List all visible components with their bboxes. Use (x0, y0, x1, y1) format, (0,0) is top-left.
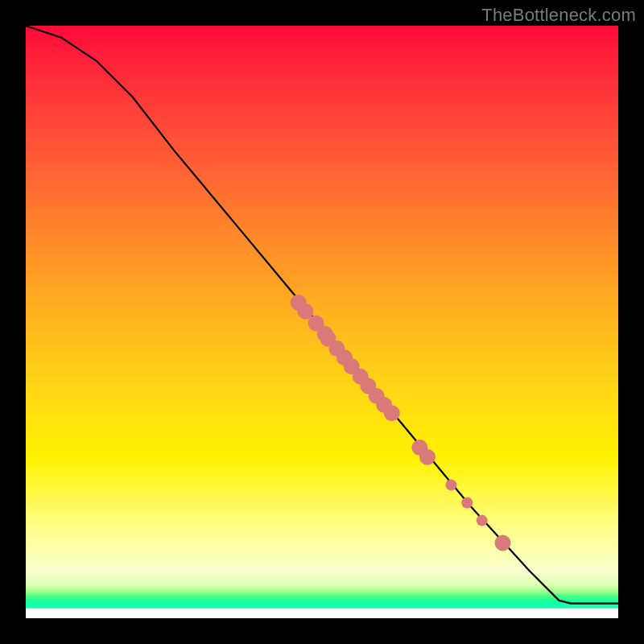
data-marker (445, 479, 456, 490)
data-marker (495, 535, 511, 551)
data-marker (419, 449, 436, 465)
data-marker (477, 515, 488, 526)
bottleneck-curve (26, 26, 618, 604)
chart-svg (26, 26, 618, 618)
data-marker (461, 497, 473, 509)
data-marker (384, 405, 400, 421)
watermark-text: TheBottleneck.com (481, 5, 636, 26)
plot-area (26, 26, 618, 618)
chart-stage: TheBottleneck.com (0, 0, 644, 644)
